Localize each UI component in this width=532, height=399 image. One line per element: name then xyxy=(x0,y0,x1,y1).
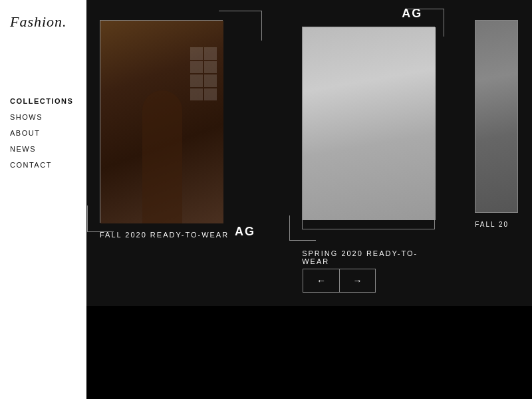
window-pane xyxy=(204,88,217,101)
sidebar: Fashion. COLLECTIONS SHOWS ABOUT NEWS CO… xyxy=(0,0,86,399)
card-1: AG FALL 2020 READY-TO-WEAR xyxy=(100,20,229,239)
sidebar-item-shows[interactable]: SHOWS xyxy=(10,113,76,121)
prev-arrow-button[interactable]: ← xyxy=(303,269,339,293)
card-2-title: SPRING 2020 READY-TO-WEAR xyxy=(302,249,422,265)
card-3: FALL 20 xyxy=(475,20,518,228)
sidebar-item-contact[interactable]: CONTACT xyxy=(10,161,76,169)
window-pane xyxy=(204,74,217,87)
frame-corner-tr xyxy=(219,11,262,41)
frame-deco-bl2 xyxy=(289,215,316,241)
window-pane xyxy=(190,47,203,60)
main-content: AG FALL 2020 READY-TO-WEAR AG SPRING 202… xyxy=(86,0,532,399)
card-1-frame: AG xyxy=(100,20,223,223)
card-1-ag-label: AG xyxy=(235,225,255,239)
card-1-image xyxy=(100,21,223,223)
card-2: AG SPRING 2020 READY-TO-WEAR xyxy=(302,27,435,265)
sidebar-item-about[interactable]: ABOUT xyxy=(10,129,76,137)
window-grid xyxy=(190,47,217,100)
card-3-image xyxy=(475,21,518,213)
sidebar-item-collections[interactable]: COLLECTIONS xyxy=(10,97,76,105)
window-pane xyxy=(190,61,203,74)
window-pane xyxy=(190,74,203,87)
frame-corner-bl xyxy=(87,205,114,232)
card-1-title: FALL 2020 READY-TO-WEAR xyxy=(100,231,229,239)
card-3-title: FALL 20 xyxy=(475,221,518,228)
sidebar-item-news[interactable]: NEWS xyxy=(10,145,76,153)
nav-arrows: ← → xyxy=(303,269,376,293)
card-2-frame xyxy=(302,27,435,229)
next-arrow-button[interactable]: → xyxy=(339,269,376,293)
card-2-image xyxy=(303,27,436,220)
window-pane xyxy=(204,61,217,74)
bottom-black-area xyxy=(86,306,532,399)
cards-container: AG FALL 2020 READY-TO-WEAR AG SPRING 202… xyxy=(86,0,532,299)
card-3-frame xyxy=(475,20,518,213)
logo: Fashion. xyxy=(10,13,76,31)
window-pane xyxy=(204,47,217,60)
window-pane xyxy=(190,88,203,101)
